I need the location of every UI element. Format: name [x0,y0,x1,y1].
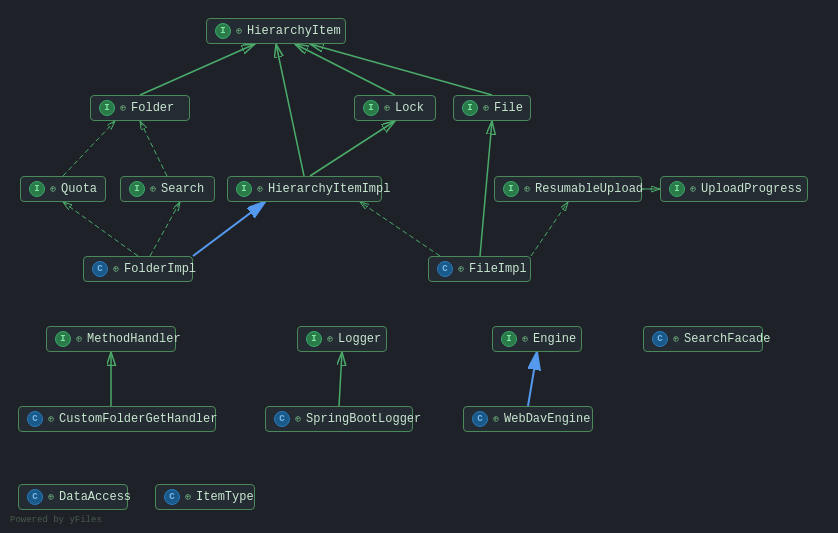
node-Lock[interactable]: I ⊕ Lock [354,95,436,121]
node-Engine[interactable]: I ⊕ Engine [492,326,582,352]
svg-line-9 [193,202,265,256]
svg-line-6 [310,121,395,176]
node-label-Logger: Logger [338,332,381,346]
node-UploadProgress[interactable]: I ⊕ UploadProgress [660,176,808,202]
diagram-container: I ⊕ HierarchyItem I ⊕ Folder I ⊕ Lock I … [0,0,838,533]
node-HierarchyItemImpl[interactable]: I ⊕ HierarchyItemImpl [227,176,382,202]
svg-line-15 [339,352,342,406]
node-label-HierarchyItemImpl: HierarchyItemImpl [268,182,390,196]
type-icon-WebDavEngine: C [472,411,488,427]
type-icon-Quota: I [29,181,45,197]
node-label-SearchFacade: SearchFacade [684,332,770,346]
type-icon-ResumableUpload: I [503,181,519,197]
node-label-FolderImpl: FolderImpl [124,262,196,276]
node-label-Lock: Lock [395,101,424,115]
svg-line-8 [150,202,180,256]
node-label-SpringBootLogger: SpringBootLogger [306,412,421,426]
svg-line-12 [531,202,568,256]
node-Quota[interactable]: I ⊕ Quota [20,176,106,202]
node-label-FileImpl: FileImpl [469,262,527,276]
node-CustomFolderGetHandler[interactable]: C ⊕ CustomFolderGetHandler [18,406,216,432]
type-icon-MethodHandler: I [55,331,71,347]
node-MethodHandler[interactable]: I ⊕ MethodHandler [46,326,176,352]
type-icon-Folder: I [99,100,115,116]
node-label-WebDavEngine: WebDavEngine [504,412,590,426]
type-icon-DataAccess: C [27,489,43,505]
node-label-UploadProgress: UploadProgress [701,182,802,196]
node-File[interactable]: I ⊕ File [453,95,531,121]
node-label-DataAccess: DataAccess [59,490,131,504]
node-label-CustomFolderGetHandler: CustomFolderGetHandler [59,412,217,426]
node-ResumableUpload[interactable]: I ⊕ ResumableUpload [494,176,642,202]
type-icon-HierarchyItemImpl: I [236,181,252,197]
type-icon-SpringBootLogger: C [274,411,290,427]
node-label-ItemType: ItemType [196,490,254,504]
type-icon-FileImpl: C [437,261,453,277]
svg-line-2 [310,44,492,95]
svg-line-4 [140,121,167,176]
svg-line-7 [63,202,138,256]
node-label-Engine: Engine [533,332,576,346]
svg-line-11 [360,202,440,256]
node-HierarchyItem[interactable]: I ⊕ HierarchyItem [206,18,346,44]
node-ItemType[interactable]: C ⊕ ItemType [155,484,255,510]
node-FileImpl[interactable]: C ⊕ FileImpl [428,256,531,282]
type-icon-FolderImpl: C [92,261,108,277]
type-icon-HierarchyItem: I [215,23,231,39]
node-Search[interactable]: I ⊕ Search [120,176,215,202]
node-SpringBootLogger[interactable]: C ⊕ SpringBootLogger [265,406,413,432]
node-label-Search: Search [161,182,204,196]
watermark: Powered by yFiles [10,515,102,525]
type-icon-Engine: I [501,331,517,347]
type-icon-UploadProgress: I [669,181,685,197]
node-SearchFacade[interactable]: C ⊕ SearchFacade [643,326,763,352]
node-DataAccess[interactable]: C ⊕ DataAccess [18,484,128,510]
svg-line-10 [480,121,492,256]
node-Folder[interactable]: I ⊕ Folder [90,95,190,121]
node-label-Quota: Quota [61,182,97,196]
type-icon-ItemType: C [164,489,180,505]
node-label-MethodHandler: MethodHandler [87,332,181,346]
type-icon-File: I [462,100,478,116]
type-icon-Logger: I [306,331,322,347]
node-label-ResumableUpload: ResumableUpload [535,182,643,196]
node-label-Folder: Folder [131,101,174,115]
type-icon-Lock: I [363,100,379,116]
node-WebDavEngine[interactable]: C ⊕ WebDavEngine [463,406,593,432]
type-icon-CustomFolderGetHandler: C [27,411,43,427]
svg-line-3 [63,121,115,176]
type-icon-SearchFacade: C [652,331,668,347]
node-Logger[interactable]: I ⊕ Logger [297,326,387,352]
node-FolderImpl[interactable]: C ⊕ FolderImpl [83,256,193,282]
svg-line-16 [528,352,537,406]
node-label-HierarchyItem: HierarchyItem [247,24,341,38]
svg-line-1 [295,44,395,95]
node-label-File: File [494,101,523,115]
svg-line-0 [140,44,255,95]
type-icon-Search: I [129,181,145,197]
svg-line-5 [276,44,304,176]
